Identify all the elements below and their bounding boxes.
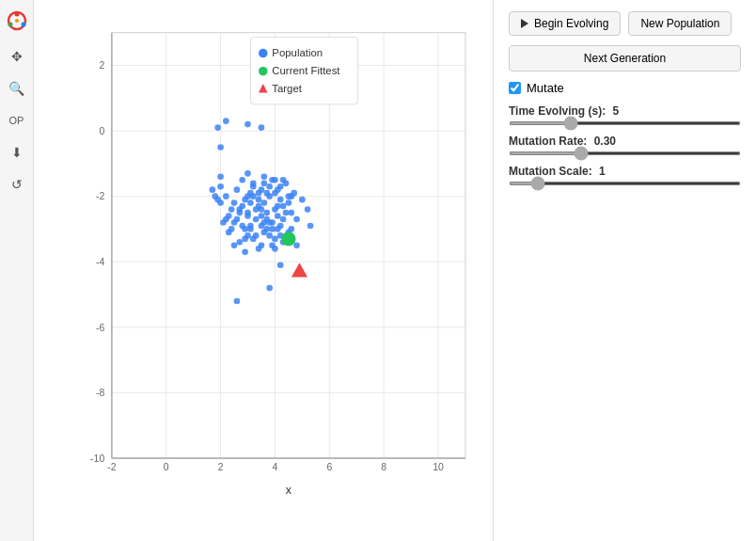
- mutate-checkbox[interactable]: [509, 82, 521, 94]
- svg-point-76: [288, 210, 294, 216]
- svg-point-82: [305, 206, 311, 213]
- svg-text:8: 8: [381, 462, 386, 472]
- svg-point-74: [269, 219, 276, 226]
- svg-point-117: [212, 193, 218, 199]
- svg-point-95: [275, 213, 281, 219]
- svg-point-4: [15, 19, 19, 23]
- svg-text:4: 4: [273, 462, 278, 472]
- right-panel: Begin Evolving New Population Next Gener…: [493, 0, 756, 541]
- settings-icon[interactable]: OP: [4, 107, 30, 134]
- svg-point-132: [210, 186, 216, 193]
- top-button-row: Begin Evolving New Population: [509, 11, 741, 36]
- svg-point-136: [261, 173, 268, 180]
- svg-text:Target: Target: [272, 83, 303, 94]
- refresh-icon[interactable]: ↺: [4, 171, 30, 198]
- svg-point-102: [269, 177, 276, 183]
- svg-point-83: [217, 183, 224, 190]
- svg-point-51: [280, 216, 287, 223]
- time-evolving-slider[interactable]: [509, 121, 741, 125]
- svg-point-81: [242, 197, 248, 203]
- svg-text:-8: -8: [96, 388, 104, 398]
- svg-point-1: [14, 12, 19, 17]
- svg-point-3: [21, 23, 25, 27]
- svg-point-46: [286, 199, 292, 206]
- scatter-chart: -20246810-10-8-6-4-202xPopulationCurrent…: [71, 9, 483, 513]
- svg-text:Population: Population: [272, 47, 323, 58]
- svg-point-66: [234, 216, 241, 223]
- svg-point-84: [253, 216, 260, 223]
- svg-point-48: [263, 210, 270, 216]
- svg-point-143: [234, 298, 241, 305]
- svg-point-78: [256, 190, 262, 197]
- svg-point-79: [272, 236, 278, 243]
- download-icon[interactable]: ⬇: [4, 139, 30, 166]
- svg-point-120: [236, 206, 243, 213]
- svg-point-101: [234, 186, 241, 193]
- svg-point-126: [263, 216, 270, 223]
- svg-point-138: [214, 124, 221, 131]
- svg-point-129: [269, 226, 276, 232]
- svg-point-63: [266, 183, 273, 190]
- svg-point-65: [250, 236, 257, 243]
- svg-point-118: [288, 226, 294, 232]
- svg-text:-2: -2: [96, 191, 104, 201]
- mutation-scale-slider[interactable]: [509, 182, 741, 185]
- svg-text:-10: -10: [90, 453, 104, 464]
- svg-point-110: [286, 193, 292, 199]
- app-logo-icon: [4, 8, 30, 34]
- svg-text:0: 0: [99, 126, 104, 136]
- svg-text:0: 0: [164, 462, 169, 472]
- begin-evolving-button[interactable]: Begin Evolving: [509, 11, 621, 36]
- svg-point-103: [293, 216, 300, 223]
- svg-point-123: [256, 246, 262, 252]
- play-icon: [521, 19, 528, 28]
- svg-point-146: [281, 231, 295, 246]
- time-evolving-param: Time Evolving (s): 5: [509, 104, 741, 125]
- svg-text:2: 2: [218, 462, 224, 472]
- mutation-rate-slider[interactable]: [509, 151, 741, 155]
- svg-point-107: [272, 246, 278, 252]
- svg-point-52: [223, 193, 229, 199]
- svg-text:6: 6: [326, 462, 332, 472]
- svg-point-127: [307, 223, 314, 230]
- svg-point-80: [261, 199, 268, 206]
- svg-point-73: [239, 177, 245, 183]
- svg-point-38: [277, 197, 284, 203]
- svg-point-141: [217, 144, 224, 151]
- svg-point-130: [283, 210, 290, 216]
- svg-point-60: [256, 197, 262, 203]
- mutate-label: Mutate: [527, 81, 564, 95]
- svg-point-145: [277, 262, 284, 268]
- svg-point-128: [217, 173, 224, 180]
- svg-point-133: [244, 232, 251, 239]
- svg-text:Current Fittest: Current Fittest: [272, 65, 340, 76]
- svg-point-86: [236, 239, 243, 246]
- svg-point-142: [266, 285, 273, 292]
- zoom-icon[interactable]: 🔍: [4, 75, 30, 102]
- svg-point-125: [280, 177, 287, 183]
- new-population-button[interactable]: New Population: [628, 11, 732, 36]
- svg-point-72: [280, 203, 287, 210]
- svg-text:2: 2: [99, 60, 104, 71]
- svg-text:-2: -2: [107, 462, 116, 472]
- move-icon[interactable]: ✥: [4, 43, 30, 70]
- next-generation-button[interactable]: Next Generation: [509, 45, 741, 72]
- svg-point-139: [223, 118, 229, 124]
- svg-point-2: [8, 23, 12, 27]
- begin-evolving-label: Begin Evolving: [534, 17, 608, 30]
- svg-point-134: [272, 190, 278, 197]
- svg-point-87: [244, 170, 251, 177]
- svg-point-114: [244, 210, 251, 216]
- svg-point-57: [261, 180, 268, 186]
- svg-point-124: [223, 216, 229, 223]
- svg-point-98: [239, 223, 245, 230]
- svg-point-97: [299, 197, 306, 203]
- svg-point-121: [259, 223, 265, 230]
- svg-point-113: [277, 183, 284, 190]
- svg-point-151: [259, 67, 268, 76]
- svg-point-90: [231, 199, 238, 206]
- svg-point-144: [242, 248, 248, 255]
- svg-point-135: [231, 243, 238, 249]
- svg-point-37: [293, 243, 300, 249]
- svg-point-131: [247, 199, 254, 206]
